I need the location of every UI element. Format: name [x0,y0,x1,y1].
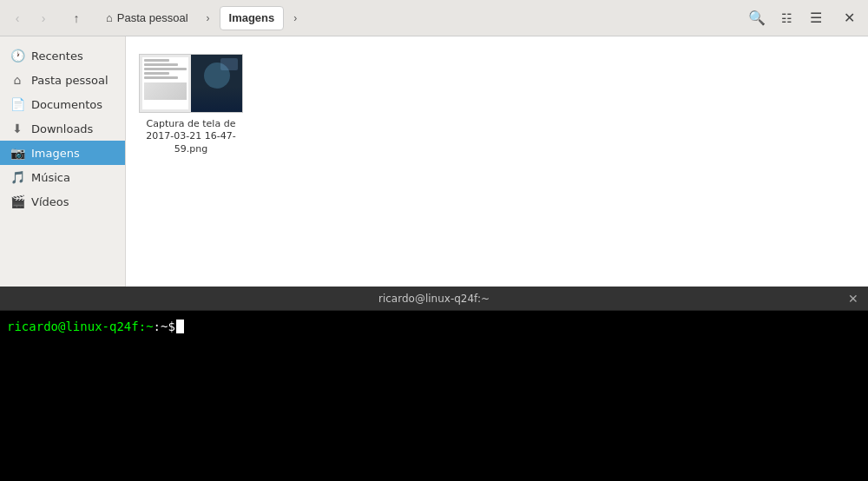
menu-icon: ☰ [810,10,822,26]
toolbar: ‹ › ↑ ⌂ Pasta pessoal › Imagens › 🔍 [0,0,868,36]
sidebar-item-imagens[interactable]: 📷 Imagens [0,141,125,165]
cursor [176,320,184,333]
thumb-line-3 [144,68,187,70]
sidebar: 🕐 Recentes ⌂ Pasta pessoal 📄 Documentos … [0,36,126,287]
clock-icon: 🕐 [10,49,24,63]
sidebar-item-downloads[interactable]: ⬇ Downloads [0,116,125,141]
menu-button[interactable]: ☰ [802,4,830,32]
sidebar-item-label: Vídeos [31,195,69,208]
terminal-close-button[interactable]: ✕ [844,289,863,308]
sidebar-item-videos[interactable]: 🎬 Vídeos [0,189,125,214]
sidebar-item-musica[interactable]: 🎵 Música [0,165,125,189]
sidebar-item-pasta-pessoal[interactable]: ⌂ Pasta pessoal [0,68,125,92]
sidebar-item-label: Música [31,171,70,184]
thumb-line-2 [144,63,178,66]
sidebar-item-recentes[interactable]: 🕐 Recentes [0,43,125,68]
sidebar-item-label: Pasta pessoal [31,74,108,87]
thumb-line-5 [144,76,178,79]
breadcrumb-separator[interactable]: › [199,6,218,30]
search-icon: 🔍 [748,10,766,26]
thumb-inner [142,57,188,109]
view-toggle-button[interactable]: ☷ [773,4,800,32]
thumb-right [191,54,242,113]
terminal-window: ricardo@linux-q24f:~ ✕ ricardo@linux-q24… [0,287,868,481]
home-icon: ⌂ [106,11,113,24]
thumb-preview [144,82,187,100]
sidebar-item-label: Documentos [31,98,102,111]
window-close-button[interactable]: ✕ [835,4,863,32]
main-content: 🕐 Recentes ⌂ Pasta pessoal 📄 Documentos … [0,36,868,287]
breadcrumb-expand-button[interactable]: › [286,6,305,30]
breadcrumb-current-button[interactable]: Imagens [220,6,285,30]
file-thumbnail [139,54,243,113]
sidebar-item-label: Recentes [31,49,83,63]
breadcrumb-current-label: Imagens [229,11,275,24]
close-icon: ✕ [844,10,855,26]
video-icon: 🎬 [10,194,24,208]
breadcrumb-home-label: Pasta pessoal [117,11,188,24]
music-icon: 🎵 [10,170,24,184]
sidebar-item-documentos[interactable]: 📄 Documentos [0,92,125,116]
thumb-line-4 [144,72,169,75]
search-button[interactable]: 🔍 [743,4,771,32]
download-icon: ⬇ [10,122,24,135]
terminal-prompt: ricardo@linux-q24f:~ :~$ [7,320,861,333]
terminal-titlebar: ricardo@linux-q24f:~ ✕ [0,287,868,311]
breadcrumb: ⌂ Pasta pessoal › Imagens › [97,6,305,30]
file-area: Captura de tela de 2017-03-21 16-47-59.p… [126,36,868,287]
sidebar-item-label: Downloads [31,122,93,135]
file-grid: Captura de tela de 2017-03-21 16-47-59.p… [139,49,855,160]
terminal-title: ricardo@linux-q24f:~ [378,293,490,305]
breadcrumb-home-button[interactable]: ⌂ Pasta pessoal [97,6,197,30]
images-icon: 📷 [10,146,24,160]
terminal-close-icon: ✕ [848,292,858,306]
thumb-left [140,54,191,113]
toolbar-right: 🔍 ☷ ☰ ✕ [743,4,863,32]
prompt-symbol: :~$ [154,320,175,333]
sidebar-item-label: Imagens [31,147,80,160]
forward-icon: › [42,11,46,25]
thumb-window [220,58,238,70]
up-icon: ↑ [74,11,80,25]
file-item[interactable]: Captura de tela de 2017-03-21 16-47-59.p… [139,49,243,160]
back-button[interactable]: ‹ [5,6,30,30]
prompt-user: ricardo@linux-q24f:~ [7,320,154,333]
home-icon: ⌂ [10,73,24,87]
view-icon: ☷ [781,11,792,25]
file-manager-window: ‹ › ↑ ⌂ Pasta pessoal › Imagens › 🔍 [0,0,868,287]
forward-button[interactable]: › [31,6,56,30]
back-icon: ‹ [16,11,20,25]
terminal-body[interactable]: ricardo@linux-q24f:~ :~$ [0,311,868,481]
file-name: Captura de tela de 2017-03-21 16-47-59.p… [143,118,239,155]
thumb-line-1 [144,59,169,62]
up-button[interactable]: ↑ [64,6,89,30]
document-icon: 📄 [10,97,24,111]
